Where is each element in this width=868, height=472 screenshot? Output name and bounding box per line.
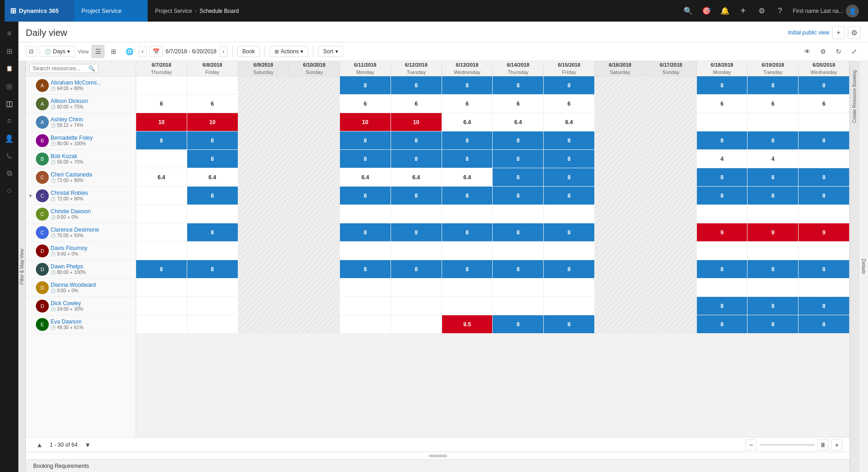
schedule-cell[interactable]: 6.4 [391,168,442,186]
schedule-cell[interactable]: 8 [391,260,442,278]
schedule-cell[interactable]: 8 [340,223,391,241]
resource-row[interactable]: B Bob Kozak 🕐 56:00 ● 70% [26,150,136,168]
schedule-cell[interactable]: 8 [544,168,595,186]
resource-row[interactable]: A Allison Dickson 🕐 60:00 ● 75% [26,95,136,113]
resource-row[interactable]: C Clarence Desimone 🕐 75:00 ● 93% [26,223,136,242]
schedule-cell[interactable]: 8 [799,187,850,205]
schedule-cell[interactable]: 6 [697,95,748,113]
fullscreen-button[interactable]: ⤢ [848,45,861,58]
schedule-cell[interactable]: 8 [391,76,442,94]
schedule-cell[interactable]: 8 [493,223,544,241]
expand-icon[interactable]: ▶ [29,193,34,198]
schedule-cell[interactable]: 6.4 [493,113,544,131]
schedule-cell[interactable]: 8 [493,168,544,186]
schedule-cell[interactable]: 8 [697,260,748,278]
schedule-cell[interactable]: 8 [391,187,442,205]
schedule-cell[interactable]: 8 [747,260,799,278]
search-input[interactable] [33,65,86,72]
resource-row[interactable]: D Dick Cowley 🕐 24:00 ● 30% [26,297,136,315]
search-nav-button[interactable]: 🔍 [680,3,696,19]
schedule-cell[interactable]: 6 [747,95,799,113]
map-view-button[interactable]: 🌐 [123,45,136,58]
settings-icon-button[interactable]: ⚙ [753,3,770,19]
right-sidebar[interactable]: Create Resource Booking [850,61,859,472]
schedule-cell[interactable]: 6.4 [136,168,187,186]
schedule-cell[interactable]: 8 [340,260,391,278]
list-view-button[interactable]: ☰ [92,45,104,58]
schedule-cell[interactable]: 4 [697,150,748,168]
menu-button[interactable]: ≡ [1,25,17,42]
schedule-cell[interactable]: 8 [493,150,544,168]
schedule-cell[interactable]: 6 [799,95,850,113]
schedule-cell[interactable]: 8 [799,76,850,94]
schedule-cell[interactable]: 8 [493,315,544,333]
zoom-pause-button[interactable]: ⏸ [817,439,828,450]
schedule-cell[interactable]: 8 [493,76,544,94]
plus-icon-button[interactable]: + [735,3,752,19]
view-settings-button[interactable]: ⚙ [848,26,861,39]
schedule-cell[interactable]: 8 [544,131,595,149]
target-icon-button[interactable]: 🎯 [698,3,715,19]
bell-icon-button[interactable]: 🔔 [717,3,733,19]
schedule-cell[interactable]: 8 [187,150,238,168]
help-icon-button[interactable]: ? [772,3,788,19]
schedule-cell[interactable]: 8 [799,260,850,278]
resource-row[interactable]: D Davis Flournoy 🕐 0:00 ● 0% [26,242,136,260]
schedule-cell[interactable]: 6 [391,95,442,113]
schedule-cell[interactable]: 8 [799,297,850,315]
schedule-cell[interactable]: 10 [340,113,391,131]
user-menu[interactable]: First name Last na... 👤 [788,5,863,17]
schedule-cell[interactable]: 6 [340,95,391,113]
schedule-cell[interactable]: 8 [391,150,442,168]
user-icon[interactable]: 👤 [1,130,17,147]
dashboard-icon[interactable]: ⊞ [1,43,17,59]
schedule-cell[interactable]: 8 [136,131,187,149]
actions-dropdown[interactable]: ⊞ Actions [270,46,308,57]
search-box[interactable]: 🔍 [29,64,98,73]
schedule-cell[interactable]: 9 [799,223,850,241]
schedule-cell[interactable]: 6 [442,95,493,113]
schedule-cell[interactable]: 8 [697,76,748,94]
schedule-cell[interactable]: 8 [544,223,595,241]
schedule-cell[interactable]: 8 [493,260,544,278]
schedule-cell[interactable]: 6 [136,95,187,113]
schedule-cell[interactable]: 4 [747,150,799,168]
activities-icon[interactable]: 📋 [1,60,17,77]
schedule-cell[interactable]: 8 [442,223,493,241]
phone-icon[interactable]: 📞 [1,148,17,164]
schedule-cell[interactable]: 8 [340,150,391,168]
schedule-cell[interactable]: 8 [493,131,544,149]
expand-all-button[interactable]: ▼ [81,438,94,451]
resource-row[interactable]: D Dianna Woodward 🕐 0:00 ● 0% [26,279,136,297]
schedule-cell[interactable]: 6.4 [544,113,595,131]
schedule-cell[interactable]: 6.4 [187,168,238,186]
filter-sidebar[interactable]: Filter & Map View [18,61,26,472]
schedule-cell[interactable]: 8 [747,297,799,315]
schedule-cell[interactable]: 6 [187,95,238,113]
app-name[interactable]: Project Service [74,0,148,22]
resource-row[interactable]: E Eva Dawson 🕐 49:30 ● 61% [26,315,136,334]
schedule-icon[interactable]: ◫ [1,95,17,112]
resource-row[interactable]: B Bernadette Foley 🕐 80:00 ● 100% [26,131,136,150]
schedule-cell[interactable]: 8 [442,260,493,278]
schedule-cell[interactable]: 9.5 [442,315,493,333]
table-view-button[interactable]: ⊞ [107,45,120,58]
next-date-button[interactable]: › [219,46,228,57]
schedule-cell[interactable]: 8 [697,297,748,315]
schedule-cell[interactable]: 6.4 [442,168,493,186]
view-link[interactable]: Initial public view [788,29,829,36]
resource-row[interactable]: A Ashley Chinn 🕐 59:12 ● 74% [26,113,136,131]
days-dropdown[interactable]: 🕐 Days [40,46,75,57]
schedule-cell[interactable]: 8 [747,315,799,333]
schedule-cell[interactable]: 8 [493,187,544,205]
resource-icon[interactable]: ⧉ [1,165,17,182]
schedule-cell[interactable]: 8 [697,168,748,186]
grid-view-button[interactable]: ⊡ [26,46,37,57]
schedule-cell[interactable]: 8 [187,187,238,205]
schedule-cell[interactable]: 10 [391,113,442,131]
schedule-cell[interactable]: 8 [544,315,595,333]
schedule-cell[interactable]: 8 [187,260,238,278]
schedule-cell[interactable]: 8 [187,223,238,241]
scroll-handle[interactable] [26,452,850,459]
schedule-cell[interactable]: 8 [799,168,850,186]
